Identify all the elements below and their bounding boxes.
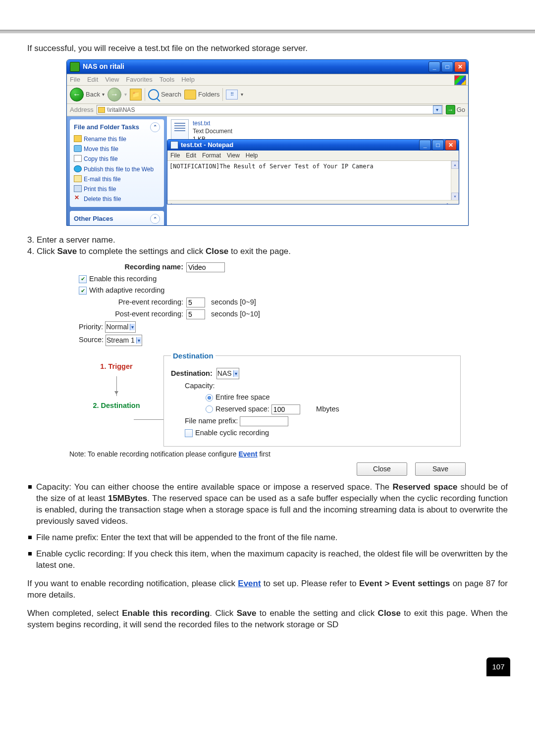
menu-file[interactable]: File	[70, 75, 80, 84]
cyclic-checkbox[interactable]: ✔	[185, 429, 193, 437]
mail-icon	[74, 175, 82, 182]
close-button[interactable]: Close	[357, 462, 407, 476]
page-number: 107	[486, 657, 510, 676]
step-3: 3. Enter a server name.	[27, 235, 508, 246]
np-menu-file[interactable]: File	[170, 151, 180, 159]
notepad-titlebar[interactable]: test.txt - Notepad _ □ ✕	[167, 140, 459, 151]
reserved-space-label: Reserved space:	[215, 404, 269, 414]
file-name: test.txt	[193, 119, 232, 127]
flow-diagram: 1. Trigger 2. Destination	[69, 359, 163, 414]
window-titlebar[interactable]: NAS on ritali _ □ ✕	[67, 60, 468, 74]
np-menu-edit[interactable]: Edit	[186, 151, 196, 159]
task-rename[interactable]: Rename this file	[74, 134, 160, 144]
forward-button[interactable]: →	[107, 88, 121, 101]
notepad-body[interactable]: [NOTIFICATION]The Result of Server Test …	[167, 161, 459, 204]
back-icon: ←	[70, 88, 84, 101]
event-link[interactable]: Event	[238, 450, 257, 458]
go-button[interactable]: →Go	[446, 105, 465, 114]
np-menu-help[interactable]: Help	[246, 151, 258, 159]
reserved-space-input[interactable]	[271, 404, 300, 414]
enable-recording-checkbox[interactable]: ✔	[79, 275, 87, 283]
address-dropdown[interactable]: ▾	[433, 105, 442, 114]
task-publish[interactable]: Publish this file to the Web	[74, 164, 160, 174]
np-menu-format[interactable]: Format	[202, 151, 221, 159]
capacity-label: Capacity:	[185, 381, 214, 391]
collapse-button[interactable]: ⌃	[150, 122, 160, 132]
intro-text: If successful, you will receive a test.t…	[27, 43, 508, 54]
pre-event-input[interactable]	[186, 298, 205, 307]
chevron-down-icon: ▾	[233, 370, 238, 377]
source-select[interactable]: Stream 1▾	[106, 335, 142, 346]
task-move[interactable]: Move this file	[74, 144, 160, 154]
destination-legend: Destination	[171, 351, 215, 361]
toolbar: ←Back ▾ → ▾ 📁 Search Folders ⠿▾	[67, 86, 468, 104]
menu-favorites[interactable]: Favorites	[126, 75, 152, 84]
notepad-icon	[170, 141, 178, 149]
pre-event-hint: seconds [0~9]	[211, 298, 256, 307]
adaptive-recording-checkbox[interactable]: ✔	[79, 287, 87, 295]
menu-edit[interactable]: Edit	[87, 75, 98, 84]
back-button[interactable]: ←Back ▾	[70, 88, 105, 101]
minimize-button[interactable]: _	[419, 140, 431, 151]
maximize-button[interactable]: □	[441, 61, 453, 72]
folders-button[interactable]: Folders	[184, 90, 219, 100]
task-delete[interactable]: ✕Delete this file	[74, 194, 160, 204]
para-completed: When completed, select Enable this recor…	[27, 608, 508, 631]
prefix-input[interactable]	[240, 416, 288, 426]
address-bar: Address ▾ →Go	[67, 104, 468, 116]
destination-select[interactable]: NAS▾	[216, 368, 239, 379]
post-event-hint: seconds [0~10]	[211, 309, 260, 319]
rename-icon	[74, 135, 82, 142]
pre-event-label: Pre-event recording:	[69, 298, 186, 307]
minimize-button[interactable]: _	[428, 61, 440, 72]
other-places-panel: Other Places⌃	[70, 211, 164, 226]
entire-space-radio[interactable]	[206, 394, 213, 402]
notepad-title: test.txt - Notepad	[181, 141, 419, 150]
task-print[interactable]: Print this file	[74, 184, 160, 194]
task-email[interactable]: E-mail this file	[74, 174, 160, 184]
maximize-button[interactable]: □	[432, 140, 444, 151]
window-title: NAS on ritali	[83, 62, 428, 71]
horizontal-scrollbar[interactable]: ◂ ▸	[167, 200, 459, 204]
folder-icon	[70, 62, 80, 72]
enable-recording-label: Enable this recording	[89, 274, 157, 284]
windows-logo-icon	[454, 75, 466, 85]
event-link[interactable]: Event	[238, 579, 261, 588]
menu-tools[interactable]: Tools	[160, 75, 174, 84]
up-button[interactable]: 📁	[130, 89, 142, 101]
flow-destination: 2. Destination	[69, 398, 163, 414]
address-input[interactable]	[97, 105, 443, 114]
post-event-label: Post-event recording:	[69, 309, 186, 319]
collapse-button[interactable]: ⌃	[150, 214, 160, 224]
views-button[interactable]: ⠿	[226, 90, 238, 100]
priority-select[interactable]: Normal▾	[105, 321, 136, 333]
mbytes-label: Mbytes	[316, 404, 339, 414]
notepad-menu: File Edit Format View Help	[167, 151, 459, 161]
chevron-down-icon: ▾	[130, 324, 135, 331]
vertical-scrollbar[interactable]: ▴ ▾	[451, 161, 459, 201]
file-type: Text Document	[193, 127, 232, 135]
close-button[interactable]: ✕	[445, 140, 457, 151]
destination-fieldset: Destination Destination: NAS▾ Capacity: …	[163, 351, 461, 447]
menu-bar: File Edit View Favorites Tools Help	[67, 74, 468, 86]
text-file-icon	[171, 119, 189, 140]
np-menu-view[interactable]: View	[227, 151, 240, 159]
post-event-input[interactable]	[186, 309, 205, 319]
menu-view[interactable]: View	[105, 75, 119, 84]
save-button[interactable]: Save	[415, 462, 466, 476]
panel-title: Other Places	[74, 214, 113, 223]
go-icon: →	[446, 105, 455, 114]
entire-space-label: Entire free space	[215, 393, 270, 403]
notepad-content: [NOTIFICATION]The Result of Server Test …	[169, 163, 374, 170]
globe-icon	[74, 165, 82, 172]
recording-name-input[interactable]	[186, 262, 225, 272]
source-label: Source:	[79, 335, 104, 345]
close-button[interactable]: ✕	[454, 61, 466, 72]
task-copy[interactable]: Copy this file	[74, 154, 160, 164]
reserved-space-radio[interactable]	[206, 405, 213, 413]
folder-icon	[98, 107, 105, 113]
recording-name-label: Recording name:	[69, 262, 186, 272]
menu-help[interactable]: Help	[181, 75, 195, 84]
search-button[interactable]: Search	[148, 89, 181, 100]
flow-trigger: 1. Trigger	[69, 359, 163, 375]
